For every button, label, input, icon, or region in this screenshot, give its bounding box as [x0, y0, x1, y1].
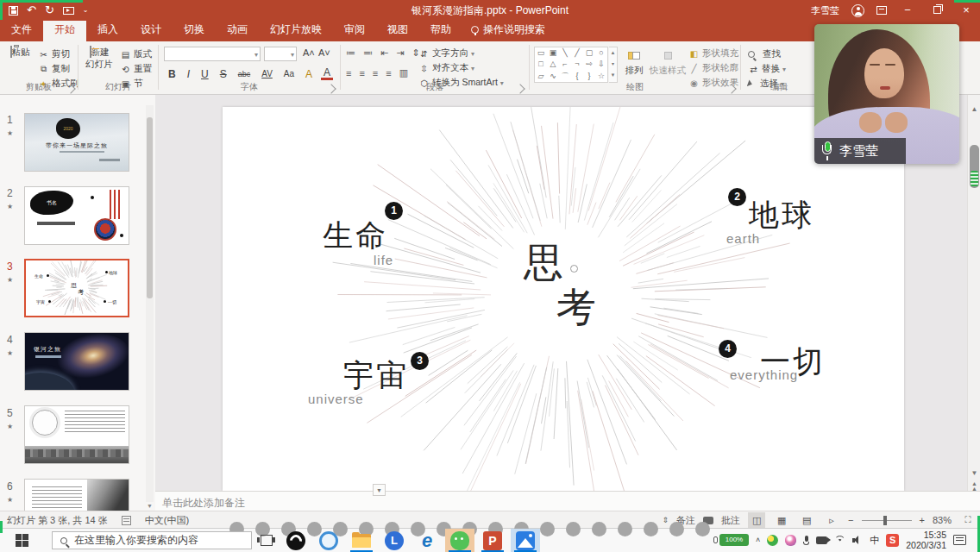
- increase-indent-icon[interactable]: ⇥: [396, 47, 404, 59]
- tab-help[interactable]: 帮助: [419, 19, 462, 41]
- layout-button[interactable]: ▤版式: [120, 48, 152, 60]
- notes-splitter-button[interactable]: ▼: [373, 484, 386, 496]
- shape-option[interactable]: ∿: [548, 72, 559, 81]
- notes-toggle[interactable]: 备注: [676, 514, 695, 527]
- cut-button[interactable]: ✂剪切: [38, 48, 70, 60]
- quick-styles-button[interactable]: 快速样式: [649, 47, 687, 77]
- item-badge-4[interactable]: 4: [719, 340, 737, 358]
- ime-indicator[interactable]: 中: [870, 534, 879, 547]
- italic-button[interactable]: I: [185, 68, 192, 80]
- thumbnails-scroll-down-icon[interactable]: ▼: [146, 503, 154, 509]
- taskbar-app-powerpoint[interactable]: P: [478, 529, 507, 552]
- shape-option[interactable]: ¬: [572, 60, 583, 69]
- shrink-font-button[interactable]: A˅: [316, 47, 333, 58]
- shape-option[interactable]: ▭: [536, 48, 547, 58]
- slide-counter[interactable]: 幻灯片 第 3 张, 共 14 张: [7, 514, 108, 527]
- decrease-indent-icon[interactable]: ⇤: [380, 47, 388, 59]
- align-right-icon[interactable]: ≡: [373, 68, 378, 78]
- change-case-button[interactable]: Aa: [281, 69, 297, 78]
- action-center-icon[interactable]: [953, 535, 966, 545]
- align-center-icon[interactable]: ≡: [359, 68, 364, 78]
- shape-option[interactable]: ☆: [596, 72, 607, 81]
- tab-transitions[interactable]: 切换: [173, 19, 216, 41]
- shape-option[interactable]: ╲: [560, 48, 571, 58]
- tab-review[interactable]: 审阅: [333, 19, 376, 41]
- zoom-in-button[interactable]: +: [920, 515, 925, 525]
- underline-button[interactable]: U: [198, 68, 211, 80]
- zoom-level[interactable]: 83%: [933, 515, 952, 525]
- bullets-icon[interactable]: ≔: [346, 47, 355, 59]
- item-zh-1[interactable]: 生命: [323, 216, 388, 256]
- tab-view[interactable]: 视图: [376, 19, 419, 41]
- numbering-icon[interactable]: ≕: [363, 47, 373, 59]
- strikethrough-button[interactable]: S: [217, 68, 229, 80]
- view-reading-button[interactable]: ▤: [798, 512, 815, 528]
- tab-file[interactable]: 文件: [0, 19, 43, 41]
- item-en-4[interactable]: everything: [730, 367, 798, 382]
- scroll-up-icon[interactable]: ▲: [968, 105, 980, 113]
- ribbon-display-options-icon[interactable]: [876, 6, 887, 15]
- shape-option[interactable]: }: [584, 72, 595, 81]
- taskbar-app-ring[interactable]: [314, 529, 343, 552]
- item-en-3[interactable]: universe: [308, 392, 364, 406]
- sogou-input-icon[interactable]: S: [886, 534, 899, 547]
- tab-animations[interactable]: 动画: [216, 19, 259, 41]
- tray-expand-icon[interactable]: ˄: [756, 536, 760, 544]
- shape-option[interactable]: ▢: [584, 48, 595, 58]
- tray-app-pink-icon[interactable]: [785, 535, 796, 546]
- notes-pane[interactable]: ▼ 单击此处添加备注: [155, 491, 980, 511]
- justify-icon[interactable]: ≡: [386, 68, 391, 78]
- volume-icon[interactable]: [852, 536, 863, 544]
- tell-me-search[interactable]: 操作说明搜索: [462, 19, 554, 41]
- thumbnails-scrollbar[interactable]: [146, 105, 154, 502]
- shape-option[interactable]: ⇩: [596, 60, 607, 69]
- item-en-1[interactable]: life: [374, 253, 393, 267]
- clock[interactable]: 15:35 2020/3/31: [906, 530, 946, 550]
- shape-gallery-scroll[interactable]: ▲▾▼: [609, 47, 618, 83]
- copy-button[interactable]: ⧉复制: [38, 63, 70, 75]
- shape-option[interactable]: ○: [596, 48, 607, 58]
- character-spacing-button[interactable]: AV: [259, 69, 275, 78]
- shape-option[interactable]: △: [548, 60, 559, 69]
- scroll-down-icon[interactable]: ▼: [968, 469, 980, 477]
- spellcheck-icon[interactable]: [122, 516, 131, 525]
- view-slideshow-button[interactable]: ▹: [823, 512, 840, 528]
- tab-slideshow[interactable]: 幻灯片放映: [259, 19, 333, 41]
- slide-canvas[interactable]: 思 考 1 生命 life 2 地球 earth 3 宇宙 universe 4…: [223, 107, 904, 491]
- taskbar-app-blue-l[interactable]: L: [380, 529, 409, 552]
- item-badge-2[interactable]: 2: [728, 188, 746, 206]
- replace-button[interactable]: ⇄替换 ▾: [748, 63, 786, 75]
- minimize-button[interactable]: −: [899, 0, 916, 21]
- fit-to-window-button[interactable]: ⛶: [959, 512, 977, 528]
- item-zh-3[interactable]: 宇宙: [343, 355, 409, 396]
- taskbar-search-box[interactable]: 在这里输入你要搜索的内容: [52, 531, 252, 549]
- language-indicator[interactable]: 中文(中国): [145, 514, 189, 527]
- thumbnail-slide-4[interactable]: 银河之旅: [24, 332, 129, 391]
- align-left-icon[interactable]: ≡: [346, 68, 351, 78]
- shape-outline-button[interactable]: ╱形状轮廓: [688, 62, 738, 74]
- thumbnail-slide-3-selected[interactable]: 思 考 生命 地球 宇宙 一切: [24, 259, 129, 317]
- item-badge-3[interactable]: 3: [411, 352, 429, 370]
- shape-option[interactable]: ⌐: [560, 60, 571, 69]
- avatar-icon[interactable]: [851, 4, 864, 17]
- new-slide-button[interactable]: 新建幻灯片: [82, 47, 116, 71]
- highlight-color-button[interactable]: A: [303, 68, 315, 80]
- font-size-select[interactable]: ▾: [264, 47, 297, 61]
- shape-option[interactable]: ╱: [572, 48, 583, 58]
- shape-option[interactable]: ⌒: [560, 72, 571, 81]
- shape-option[interactable]: ▣: [548, 48, 559, 58]
- thumbnail-slide-2[interactable]: 书名: [24, 186, 129, 245]
- shape-option[interactable]: □: [536, 60, 547, 69]
- battery-indicator[interactable]: 100%: [719, 534, 749, 546]
- signed-in-user[interactable]: 李雪莹: [811, 4, 839, 17]
- tab-design[interactable]: 设计: [129, 19, 173, 41]
- item-zh-2[interactable]: 地球: [749, 195, 814, 235]
- restore-button[interactable]: [928, 0, 945, 21]
- taskbar-app-black[interactable]: [281, 529, 311, 552]
- comments-toggle[interactable]: 批注: [721, 514, 740, 527]
- shape-option[interactable]: ▱: [536, 72, 547, 81]
- close-button[interactable]: ×: [958, 0, 975, 21]
- webcam-overlay[interactable]: 李雪莹: [814, 24, 959, 164]
- subscript-button[interactable]: abc: [236, 70, 254, 78]
- taskbar-app-edge[interactable]: e: [412, 529, 442, 552]
